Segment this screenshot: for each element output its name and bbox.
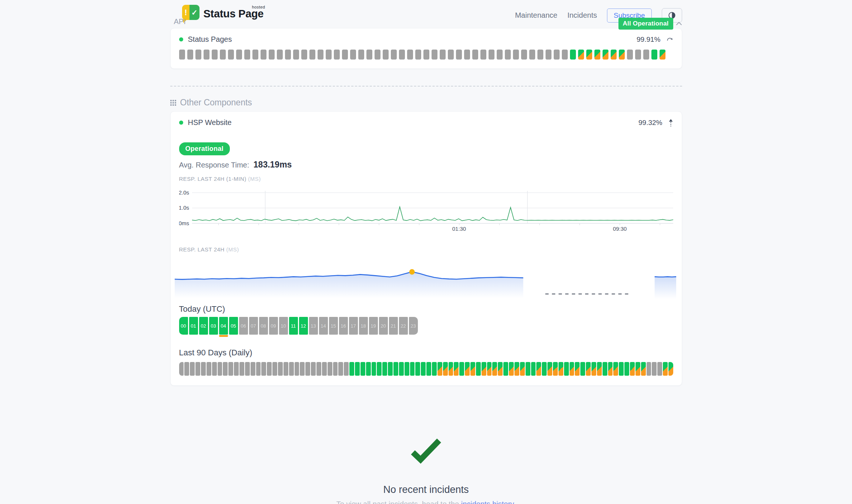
uptime-bar: [562, 50, 568, 60]
status-dot: [179, 121, 183, 125]
hsp-website-card: HSP Website 99.32% Operational Avg. Resp…: [170, 111, 682, 386]
day-block: [459, 362, 464, 376]
hour-block: 23: [409, 317, 418, 335]
response-time-line-chart: 2.0s1.0s0ms01:3009:30: [179, 188, 673, 233]
brand[interactable]: ! ✓ Status Page hosted: [182, 5, 264, 20]
uptime-bar: [236, 50, 242, 60]
collapse-button[interactable]: [668, 119, 673, 127]
hour-block: 04: [219, 317, 228, 335]
hour-block: 08: [259, 317, 268, 335]
uptime-bar: [342, 50, 348, 60]
uptime-bar: [212, 50, 218, 60]
uptime-bar: [326, 50, 332, 60]
day-block: [536, 362, 541, 376]
refresh-button[interactable]: [667, 37, 673, 42]
uptime-bar: [366, 50, 372, 60]
uptime-bar: [546, 50, 551, 60]
hour-block: 09: [269, 317, 278, 335]
day-block: [360, 362, 365, 376]
refresh-icon: [667, 37, 673, 42]
uptime-bar: [521, 50, 527, 60]
day-block: [465, 362, 470, 376]
response-time-area-chart: [175, 266, 676, 303]
nav-maintenance-link[interactable]: Maintenance: [515, 11, 557, 20]
day-block: [256, 362, 261, 376]
day-block: [591, 362, 596, 376]
section-title-text: Other Components: [180, 98, 252, 108]
day-block: [575, 362, 580, 376]
hour-block: 05: [229, 317, 238, 335]
day-block: [663, 362, 668, 376]
status-badge[interactable]: All Operational: [618, 18, 673, 30]
hour-block: 01: [189, 317, 198, 335]
day-block: [322, 362, 327, 376]
subtitle-suffix: .: [514, 500, 516, 504]
avg-response-row: Avg. Response Time: 183.19ms: [179, 160, 673, 170]
day-block: [476, 362, 481, 376]
svg-text:09:30: 09:30: [613, 226, 626, 232]
section-title-other-components: Other Components: [170, 98, 682, 108]
day-block: [635, 362, 640, 376]
uptime-percentage: 99.32%: [638, 119, 662, 127]
uptime-bar: [301, 50, 307, 60]
today-title: Today (UTC): [179, 304, 673, 314]
day-block: [234, 362, 239, 376]
day-block: [580, 362, 585, 376]
component-row: HSP Website 99.32%: [179, 118, 673, 127]
hour-block: 20: [379, 317, 388, 335]
svg-text:1.0s: 1.0s: [179, 204, 189, 211]
chevron-up-icon[interactable]: [676, 22, 682, 26]
day-block: [245, 362, 250, 376]
uptime-bar: [334, 50, 340, 60]
day-block: [344, 362, 349, 376]
uptime-bar: [432, 50, 437, 60]
last90-title: Last 90 Days (Daily): [179, 348, 673, 358]
arrow-up-dotted-icon: [668, 119, 673, 127]
day-block: [470, 362, 475, 376]
hour-block: 11: [289, 317, 298, 335]
no-incidents-title: No recent incidents: [170, 484, 682, 495]
day-block: [597, 362, 602, 376]
uptime-bar: [228, 50, 234, 60]
uptime-bar: [480, 50, 486, 60]
day-block: [613, 362, 618, 376]
day-block: [449, 362, 453, 376]
uptime-bar: [554, 50, 560, 60]
day-block: [295, 362, 299, 376]
uptime-bar: [529, 50, 535, 60]
day-block: [223, 362, 228, 376]
day-block: [272, 362, 277, 376]
day-block: [619, 362, 624, 376]
day-block: [399, 362, 404, 376]
uptime-bar: [195, 50, 201, 60]
uptime-bar: [293, 50, 299, 60]
day-block: [195, 362, 200, 376]
uptime-bar: [651, 50, 657, 60]
day-block: [261, 362, 266, 376]
day-block: [366, 362, 371, 376]
day-block: [207, 362, 211, 376]
uptime-bar: [187, 50, 193, 60]
day-block: [179, 362, 184, 376]
day-block: [316, 362, 321, 376]
incidents-history-link[interactable]: incidents history: [461, 500, 514, 504]
hour-block: 16: [339, 317, 348, 335]
brand-name-text: Status Page: [204, 8, 264, 20]
day-block: [432, 362, 437, 376]
day-block: [355, 362, 360, 376]
uptime-bar: [350, 50, 356, 60]
day-block: [349, 362, 354, 376]
uptime-bar: [244, 50, 250, 60]
day-block: [415, 362, 420, 376]
nav-incidents-link[interactable]: Incidents: [567, 11, 597, 20]
day-block: [410, 362, 415, 376]
day-block: [608, 362, 613, 376]
day-block: [421, 362, 426, 376]
hour-block: 06: [239, 317, 248, 335]
uptime-bar: [179, 50, 185, 60]
hour-block: 12: [299, 317, 308, 335]
uptime-bar: [375, 50, 380, 60]
day-block: [454, 362, 459, 376]
subtitle-prefix: To view all past incidents, head to the: [336, 500, 461, 504]
day-block: [278, 362, 283, 376]
